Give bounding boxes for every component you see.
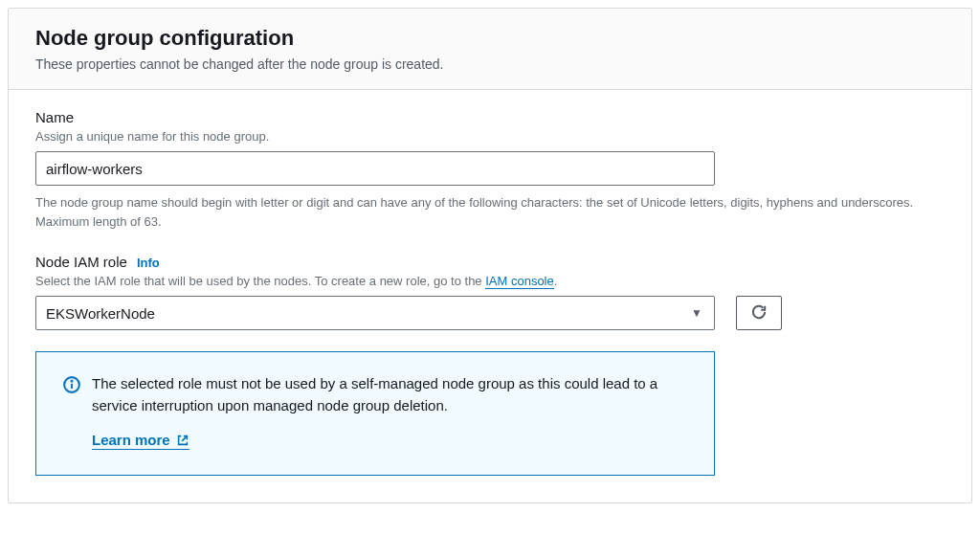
iam-role-description: Select the IAM role that will be used by… [35,274,945,288]
refresh-icon [750,303,768,324]
iam-role-select-row: EKSWorkerNode ▼ [35,296,945,330]
info-box-content: The selected role must not be used by a … [92,373,687,450]
iam-role-info-link[interactable]: Info [137,256,160,270]
name-field-group: Name Assign a unique name for this node … [35,109,945,231]
iam-role-select[interactable]: EKSWorkerNode ▼ [35,296,715,330]
caret-down-icon: ▼ [691,306,702,320]
refresh-button[interactable] [736,296,782,330]
svg-point-2 [71,381,72,382]
iam-role-info-box: The selected role must not be used by a … [35,351,715,476]
name-field-label: Name [35,109,945,125]
iam-role-desc-prefix: Select the IAM role that will be used by… [35,274,485,288]
panel-body: Name Assign a unique name for this node … [9,90,971,502]
learn-more-link[interactable]: Learn more [92,432,189,450]
info-icon [63,376,80,397]
panel-title: Node group configuration [35,26,945,51]
name-field-hint: The node group name should begin with le… [35,193,945,231]
iam-role-desc-suffix: . [554,274,558,288]
iam-console-link[interactable]: IAM console [485,274,554,289]
name-input[interactable] [35,151,715,186]
iam-role-field-label-row: Node IAM role Info [35,254,945,270]
info-box-text: The selected role must not be used by a … [92,373,687,416]
iam-role-field-group: Node IAM role Info Select the IAM role t… [35,254,945,476]
external-link-icon [176,434,189,447]
panel-header: Node group configuration These propertie… [9,9,971,90]
learn-more-label: Learn more [92,432,170,448]
iam-role-select-value: EKSWorkerNode [46,305,155,322]
iam-role-select-wrap: EKSWorkerNode ▼ [35,296,715,330]
iam-role-label: Node IAM role [35,254,127,270]
name-field-description: Assign a unique name for this node group… [35,129,945,144]
node-group-config-panel: Node group configuration These propertie… [8,8,972,503]
panel-subtitle: These properties cannot be changed after… [35,56,945,72]
